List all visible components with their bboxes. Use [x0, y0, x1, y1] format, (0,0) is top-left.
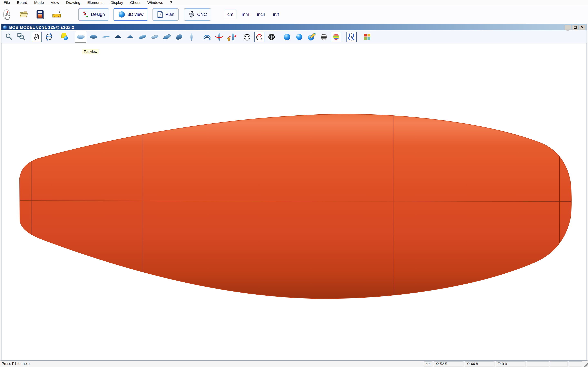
resize-grip[interactable]	[583, 362, 588, 367]
menu-board[interactable]: Board	[17, 0, 27, 5]
3d-view-label: 3D view	[127, 12, 143, 17]
ruler-guides-icon[interactable]: 1 0	[52, 8, 62, 21]
edit-surface-icon[interactable]	[306, 32, 317, 42]
view-toolbar	[1, 30, 587, 43]
zoom-icon[interactable]	[4, 32, 14, 42]
menu-display[interactable]: Display	[111, 0, 123, 5]
top-view-icon[interactable]	[75, 31, 86, 43]
rotate-front-icon[interactable]	[202, 32, 212, 42]
rotate-3d-icon[interactable]	[44, 32, 54, 42]
plan-label: Plan	[165, 12, 174, 17]
unit-inf[interactable]: in/f	[270, 10, 281, 19]
status-empty-panel	[550, 361, 568, 367]
shaded-sphere-icon[interactable]	[282, 32, 292, 42]
status-unit: cm	[424, 361, 432, 367]
status-empty-panel	[569, 361, 582, 367]
perspective-top-icon[interactable]	[138, 32, 148, 42]
design-icon	[83, 11, 89, 18]
document-titlebar[interactable]: BOB MODEL 82 31 125@.s3dx:2 ▁ ✕	[1, 24, 587, 30]
bottom-view-icon[interactable]	[88, 32, 99, 42]
curvature-map-icon[interactable]	[331, 32, 341, 42]
main-toolbar: 1 0 Design 3D view Plan	[0, 5, 588, 24]
close-button[interactable]: ✕	[579, 25, 585, 30]
status-empty-panel	[527, 361, 549, 367]
quad-view-icon[interactable]	[362, 32, 372, 42]
menu-file[interactable]: File	[4, 0, 10, 5]
design-button[interactable]: Design	[78, 8, 109, 21]
document-window: BOB MODEL 82 31 125@.s3dx:2 ▁ ✕	[1, 24, 587, 360]
perspective-blob-icon[interactable]	[174, 32, 184, 42]
board-3d-top-view[interactable]	[2, 44, 586, 360]
status-y-coordinate: Y: 44.8	[465, 361, 494, 367]
zoom-area-icon[interactable]	[16, 32, 26, 42]
new-board-icon[interactable]	[2, 8, 13, 21]
svg-text:1: 1	[54, 15, 55, 17]
cnc-label: CNC	[197, 12, 207, 17]
status-panels: cm X: 52.5 Y: 44.8 Z: 0.0	[424, 361, 582, 367]
document-icon	[3, 25, 7, 30]
perspective-bottom-icon[interactable]	[150, 32, 160, 42]
menu-bar: File Board Mode View Drawing Elements Di…	[0, 0, 588, 5]
flow-lines-icon[interactable]	[346, 32, 357, 42]
front-view-icon[interactable]	[113, 32, 123, 42]
status-x-coordinate: X: 52.5	[434, 361, 463, 367]
status-help-text: Press F1 for help	[2, 362, 30, 366]
menu-view[interactable]: View	[51, 0, 59, 5]
3d-view-icon	[118, 11, 125, 18]
unit-mm[interactable]: mm	[239, 10, 252, 19]
menu-windows[interactable]: Windows	[147, 0, 163, 5]
pan-hand-icon[interactable]	[32, 32, 42, 42]
light-icon[interactable]	[60, 32, 70, 42]
design-label: Design	[91, 12, 105, 17]
menu-help[interactable]: ?	[170, 0, 172, 5]
status-bar: Press F1 for help cm X: 52.5 Y: 44.8 Z: …	[0, 360, 588, 367]
cnc-icon	[188, 11, 195, 18]
wireframe-icon[interactable]	[242, 32, 252, 42]
board-outline[interactable]	[20, 114, 571, 299]
plan-icon	[157, 11, 163, 18]
outline-view-icon[interactable]	[186, 32, 197, 42]
window-controls: ▁ ✕	[565, 25, 585, 30]
tooltip: Top view	[82, 49, 99, 55]
minimize-button[interactable]: ▁	[565, 25, 571, 30]
model-canvas[interactable]: Top view	[2, 44, 586, 360]
svg-text:0: 0	[58, 15, 59, 17]
mesh-sphere-icon[interactable]	[267, 32, 277, 42]
open-folder-icon[interactable]	[18, 8, 29, 21]
menu-drawing[interactable]: Drawing	[66, 0, 80, 5]
rotate-board-icon[interactable]	[214, 32, 224, 42]
save-icon[interactable]	[35, 8, 46, 21]
unit-inch[interactable]: inch	[254, 10, 268, 19]
menu-mode[interactable]: Mode	[34, 0, 44, 5]
side-view-icon[interactable]	[101, 32, 111, 42]
document-title: BOB MODEL 82 31 125@.s3dx:2	[9, 25, 74, 30]
plan-button[interactable]: Plan	[153, 8, 179, 21]
unit-cm[interactable]: cm	[224, 9, 236, 19]
wireframe-highlight-icon[interactable]	[254, 32, 264, 42]
maximize-button[interactable]	[572, 25, 578, 30]
flip-board-icon[interactable]	[226, 32, 237, 42]
back-view-icon[interactable]	[125, 32, 135, 42]
status-z-coordinate: Z: 0.0	[496, 361, 526, 367]
3d-view-button[interactable]: 3D view	[113, 8, 148, 21]
menu-elements[interactable]: Elements	[87, 0, 103, 5]
smooth-sphere-icon[interactable]	[294, 32, 304, 42]
perspective-tilt-icon[interactable]	[162, 32, 172, 42]
zebra-stripes-icon[interactable]	[319, 32, 329, 42]
cnc-button[interactable]: CNC	[184, 8, 211, 21]
menu-ghost[interactable]: Ghost	[130, 0, 140, 5]
unit-selector: cm mm inch in/f	[224, 9, 281, 19]
